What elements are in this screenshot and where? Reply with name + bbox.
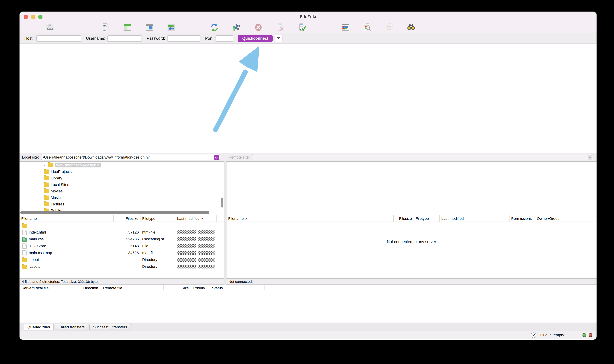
vertical-scrollbar[interactable] bbox=[221, 198, 223, 208]
redacted-time bbox=[198, 231, 214, 234]
chevron-right-icon[interactable]: › bbox=[38, 195, 42, 199]
file-row[interactable]: index.html 57126 html-file bbox=[20, 229, 224, 235]
disconnect-button[interactable] bbox=[276, 23, 285, 32]
local-tree-panel: › www.information-design.nl › IdeaProjec… bbox=[20, 161, 225, 215]
folder-icon bbox=[48, 163, 53, 167]
folder-icon bbox=[44, 182, 49, 186]
port-input[interactable] bbox=[215, 35, 233, 42]
toggle-queue-icon bbox=[167, 23, 175, 31]
chevron-right-icon[interactable]: › bbox=[38, 189, 42, 193]
quickconnect-button[interactable]: Quickconnect bbox=[238, 35, 273, 42]
site-manager-button[interactable] bbox=[46, 23, 54, 32]
titlebar: FileZilla bbox=[20, 12, 597, 22]
chevron-right-icon[interactable]: › bbox=[38, 182, 42, 186]
column-header-last-modified[interactable]: Last modified∨ bbox=[175, 215, 216, 221]
folder-icon bbox=[44, 169, 49, 173]
tree-item[interactable]: › Movies bbox=[20, 188, 224, 194]
folder-icon bbox=[22, 224, 27, 228]
tree-item-selected[interactable]: › www.information-design.nl bbox=[20, 162, 224, 168]
file-row[interactable]: main.css.map 34626 map-file bbox=[20, 249, 224, 256]
column-header-permissions[interactable]: Permissions bbox=[509, 215, 535, 221]
toggle-local-tree-button[interactable] bbox=[123, 23, 132, 32]
file-row[interactable]: main.css 224236 Cascading st... bbox=[20, 235, 224, 242]
quickconnect-dropdown-button[interactable] bbox=[275, 35, 282, 42]
synchronized-browsing-button[interactable] bbox=[385, 23, 394, 32]
file-row[interactable]: .DS_Store 6148 File bbox=[20, 242, 224, 249]
remote-site-dropdown-button bbox=[587, 155, 592, 160]
redacted-time bbox=[198, 244, 214, 248]
column-header-filename[interactable]: Filename bbox=[20, 215, 114, 221]
tree-item[interactable]: › Pictures bbox=[20, 201, 224, 207]
redacted-date bbox=[177, 237, 196, 241]
folder-icon bbox=[44, 189, 49, 193]
column-header-filesize[interactable]: Filesize bbox=[394, 215, 414, 221]
file-icon bbox=[22, 230, 27, 235]
tree-item[interactable]: › IdeaProjects bbox=[20, 168, 224, 175]
speedometer-icon[interactable] bbox=[531, 333, 536, 338]
queue-column-server-local-file[interactable]: Server/Local file bbox=[20, 285, 81, 290]
queue-column-remote-file[interactable]: Remote file bbox=[101, 285, 164, 290]
folder-icon bbox=[44, 176, 49, 180]
cancel-button[interactable] bbox=[254, 23, 263, 32]
chevron-right-icon[interactable]: › bbox=[43, 163, 46, 167]
toggle-queue-button[interactable] bbox=[167, 23, 176, 32]
column-header-filetype[interactable]: Filetype bbox=[414, 215, 440, 221]
site-path-row: Local site: /Users/deannabosschert/Downl… bbox=[20, 153, 597, 161]
toggle-remote-tree-icon bbox=[145, 23, 154, 31]
local-site-combo[interactable]: /Users/deannabosschert/Downloads/www.inf… bbox=[41, 154, 220, 160]
tab-queued-files[interactable]: Queued files bbox=[24, 324, 54, 330]
filter-button[interactable] bbox=[341, 23, 350, 32]
queue-header: Server/Local file Direction Remote file … bbox=[20, 285, 597, 290]
toggle-remote-tree-button[interactable] bbox=[145, 23, 154, 32]
redacted-date bbox=[177, 231, 196, 234]
local-site-dropdown-button[interactable] bbox=[214, 155, 219, 160]
horizontal-scrollbar[interactable] bbox=[20, 211, 209, 214]
queue-column-priority[interactable]: Priority bbox=[191, 285, 210, 290]
queue-column-direction[interactable]: Direction bbox=[81, 285, 101, 290]
toggle-log-button[interactable] bbox=[101, 23, 110, 32]
tree-row: › www.information-design.nl › IdeaProjec… bbox=[20, 161, 597, 215]
column-header-last-modified[interactable]: Last modified bbox=[440, 215, 509, 221]
refresh-button[interactable] bbox=[210, 23, 219, 32]
tree-item[interactable]: › Local Sites bbox=[20, 181, 224, 188]
column-header-filetype[interactable]: Filetype bbox=[140, 215, 175, 221]
process-queue-button[interactable] bbox=[232, 23, 241, 32]
password-input[interactable] bbox=[167, 35, 200, 42]
redacted-time bbox=[198, 237, 214, 241]
chevron-right-icon[interactable]: › bbox=[38, 202, 42, 206]
process-queue-icon bbox=[232, 23, 240, 31]
queue-column-size[interactable]: Size bbox=[164, 285, 191, 290]
queue-status-text: Queue: empty bbox=[540, 333, 564, 337]
window-title: FileZilla bbox=[20, 14, 597, 19]
queue-column-status[interactable]: Status bbox=[210, 285, 265, 290]
port-label: Port: bbox=[205, 36, 214, 40]
local-site-label: Local site: bbox=[22, 155, 39, 159]
tree-item[interactable]: › Library bbox=[20, 175, 224, 181]
tree-item-label: IdeaProjects bbox=[51, 169, 72, 173]
directory-comparison-button[interactable] bbox=[363, 23, 372, 32]
username-input[interactable] bbox=[107, 35, 142, 42]
file-row[interactable]: assets Directory bbox=[20, 263, 224, 270]
column-header-filesize[interactable]: Filesize bbox=[114, 215, 140, 221]
column-header-owner-group[interactable]: Owner/Group bbox=[535, 215, 563, 221]
host-input[interactable] bbox=[36, 35, 81, 42]
redacted-date bbox=[177, 258, 196, 262]
chevron-right-icon[interactable]: › bbox=[38, 176, 42, 180]
site-manager-icon bbox=[46, 23, 54, 31]
status-strips: 4 files and 2 directories. Total size: 3… bbox=[20, 279, 597, 285]
tab-successful-transfers[interactable]: Successful transfers bbox=[89, 324, 131, 330]
tree-item[interactable]: › Music bbox=[20, 194, 224, 201]
column-header-filename[interactable]: Filename∧ bbox=[227, 215, 394, 221]
file-icon bbox=[22, 243, 27, 248]
tree-item-label: Library bbox=[51, 176, 62, 180]
sort-ascending-icon: ∧ bbox=[245, 217, 247, 220]
chevron-right-icon[interactable]: › bbox=[38, 169, 42, 173]
tab-failed-transfers[interactable]: Failed transfers bbox=[55, 324, 88, 330]
find-files-button[interactable] bbox=[407, 23, 416, 32]
status-error-indicator bbox=[589, 333, 592, 337]
reconnect-button[interactable] bbox=[298, 23, 307, 32]
file-row[interactable]: .. bbox=[20, 222, 224, 229]
file-row[interactable]: about Directory bbox=[20, 256, 224, 263]
disconnect-icon bbox=[276, 23, 284, 31]
password-label: Password: bbox=[147, 36, 165, 40]
